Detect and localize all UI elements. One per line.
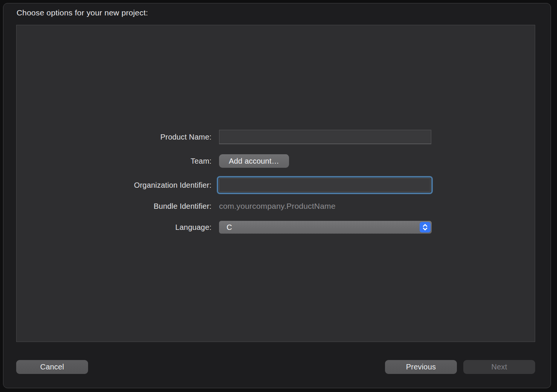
dialog-title: Choose options for your new project: — [17, 8, 148, 18]
bundle-identifier-label: Bundle Identifier: — [17, 202, 212, 211]
options-panel: Product Name: Team: Add account… Organiz… — [16, 25, 535, 342]
team-label: Team: — [17, 157, 212, 166]
language-label: Language: — [17, 223, 212, 232]
add-account-button[interactable]: Add account… — [219, 154, 289, 168]
screen-background: Choose options for your new project: Pro… — [0, 0, 557, 392]
organization-identifier-focus-ring — [217, 176, 433, 194]
organization-identifier-row: Organization Identifier: — [17, 176, 535, 194]
team-row: Team: Add account… — [17, 154, 535, 168]
product-name-row: Product Name: — [17, 130, 535, 144]
language-popup[interactable]: C — [219, 221, 432, 234]
product-name-label: Product Name: — [17, 133, 212, 141]
popup-stepper-icon — [420, 222, 431, 232]
previous-button[interactable]: Previous — [385, 360, 457, 374]
language-selected-value: C — [227, 223, 232, 232]
language-row: Language: C — [17, 221, 535, 234]
new-project-options-sheet: Choose options for your new project: Pro… — [3, 3, 551, 388]
next-button[interactable]: Next — [463, 360, 535, 374]
product-name-input[interactable] — [219, 130, 431, 144]
organization-identifier-label: Organization Identifier: — [17, 181, 212, 190]
cancel-button[interactable]: Cancel — [16, 360, 88, 374]
organization-identifier-input[interactable] — [219, 178, 431, 192]
bundle-identifier-row: Bundle Identifier: com.yourcompany.Produ… — [17, 201, 535, 211]
bundle-identifier-value: com.yourcompany.ProductName — [219, 202, 336, 211]
